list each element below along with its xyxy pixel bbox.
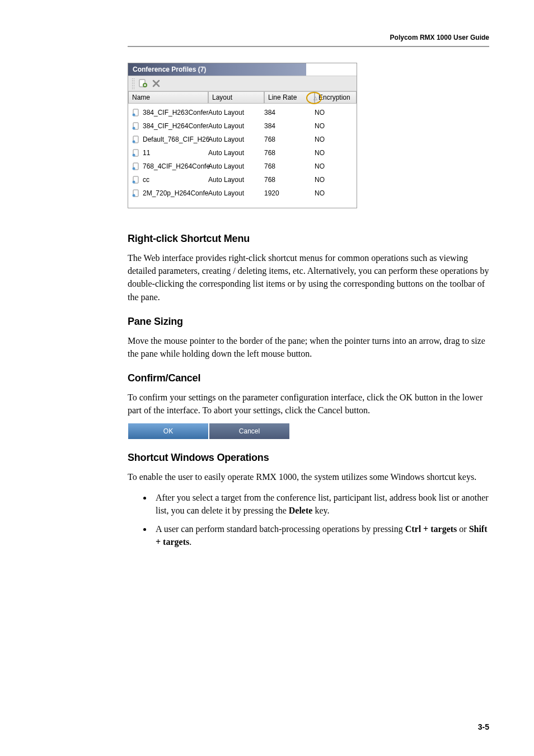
heading-pane-sizing: Pane Sizing bbox=[128, 316, 489, 328]
body-right-click: The Web interface provides right-click s… bbox=[128, 251, 489, 304]
shortcut-bullets: After you select a target from the confe… bbox=[128, 491, 489, 549]
list-item: A user can perform standard batch-proces… bbox=[152, 522, 489, 548]
row-rate: 384 bbox=[264, 109, 315, 116]
col-header-name[interactable]: Name bbox=[128, 91, 208, 104]
row-name: 11 bbox=[143, 149, 150, 157]
table-row[interactable]: 384_CIF_H264ConferAuto Layout384NO bbox=[128, 119, 357, 133]
heading-confirm-cancel: Confirm/Cancel bbox=[128, 372, 489, 384]
toolbar-grip-icon bbox=[132, 78, 134, 89]
heading-right-click: Right-click Shortcut Menu bbox=[128, 233, 489, 245]
row-encryption: NO bbox=[315, 136, 353, 143]
table-row[interactable]: Default_768_CIF_H26Auto Layout768NO bbox=[128, 133, 357, 146]
row-layout: Auto Layout bbox=[208, 189, 264, 197]
row-encryption: NO bbox=[315, 149, 353, 157]
profile-icon bbox=[132, 135, 140, 144]
profile-icon bbox=[132, 189, 140, 198]
row-name: cc bbox=[143, 176, 149, 184]
row-layout: Auto Layout bbox=[208, 149, 264, 157]
row-rate: 384 bbox=[264, 122, 315, 130]
heading-shortcut: Shortcut Windows Operations bbox=[128, 452, 489, 464]
profile-icon bbox=[132, 175, 140, 184]
table-row[interactable]: 11Auto Layout768NO bbox=[128, 146, 357, 160]
delete-icon[interactable] bbox=[151, 78, 161, 88]
cancel-button[interactable]: Cancel bbox=[209, 423, 289, 439]
table-row[interactable]: 768_4CIF_H264ConfeAuto Layout768NO bbox=[128, 160, 357, 173]
row-encryption: NO bbox=[315, 176, 353, 184]
row-name: Default_768_CIF_H26 bbox=[143, 136, 209, 143]
ok-cancel-bar: OK Cancel bbox=[128, 423, 290, 440]
row-name: 2M_720p_H264Confe bbox=[143, 189, 208, 197]
ok-button[interactable]: OK bbox=[128, 423, 209, 439]
row-layout: Auto Layout bbox=[208, 176, 264, 184]
list-body: 384_CIF_H263ConferAuto Layout384NO384_CI… bbox=[128, 104, 357, 208]
list-header: Name Layout Line Rate △ Encryption bbox=[128, 91, 357, 104]
header-rule bbox=[128, 46, 489, 47]
row-layout: Auto Layout bbox=[208, 109, 264, 116]
page-number: 3-5 bbox=[478, 722, 489, 731]
panel-title-bar: Conference Profiles (7) bbox=[128, 63, 357, 76]
panel-toolbar bbox=[128, 76, 357, 91]
table-row[interactable]: 384_CIF_H263ConferAuto Layout384NO bbox=[128, 106, 357, 119]
row-name: 768_4CIF_H264Confe bbox=[143, 162, 210, 170]
row-layout: Auto Layout bbox=[208, 136, 264, 143]
row-encryption: NO bbox=[315, 162, 353, 170]
row-rate: 768 bbox=[264, 136, 315, 143]
list-item: After you select a target from the confe… bbox=[152, 491, 489, 517]
panel-title-text: Conference Profiles (7) bbox=[133, 66, 206, 73]
row-name: 384_CIF_H263Confer bbox=[143, 109, 208, 116]
row-encryption: NO bbox=[315, 109, 353, 116]
table-row[interactable]: ccAuto Layout768NO bbox=[128, 173, 357, 186]
new-profile-icon[interactable] bbox=[138, 78, 148, 88]
row-rate: 768 bbox=[264, 176, 315, 184]
sort-triangle-icon: △ bbox=[313, 95, 317, 101]
body-confirm-cancel: To confirm your settings on the paramete… bbox=[128, 391, 489, 417]
row-name: 384_CIF_H264Confer bbox=[143, 122, 208, 130]
body-pane-sizing: Move the mouse pointer to the border of … bbox=[128, 334, 489, 360]
page-header: Polycom RMX 1000 User Guide bbox=[128, 34, 489, 41]
profile-icon bbox=[132, 162, 140, 171]
row-encryption: NO bbox=[315, 189, 353, 197]
table-row[interactable]: 2M_720p_H264ConfeAuto Layout1920NO bbox=[128, 186, 357, 200]
conference-profiles-panel: Conference Profiles (7) Name Layout Li bbox=[128, 63, 357, 208]
body-shortcut: To enable the user to easily operate RMX… bbox=[128, 470, 489, 483]
row-rate: 1920 bbox=[264, 189, 315, 197]
col-header-rate-label: Line Rate bbox=[268, 94, 297, 101]
profile-icon bbox=[132, 148, 140, 157]
col-header-layout[interactable]: Layout bbox=[208, 91, 264, 104]
col-header-encryption[interactable]: Encryption bbox=[315, 91, 357, 104]
row-layout: Auto Layout bbox=[208, 122, 264, 130]
row-encryption: NO bbox=[315, 122, 353, 130]
row-layout: Auto Layout bbox=[208, 162, 264, 170]
profile-icon bbox=[132, 122, 140, 130]
col-header-rate[interactable]: Line Rate △ bbox=[264, 91, 315, 104]
profile-icon bbox=[132, 108, 140, 117]
row-rate: 768 bbox=[264, 162, 315, 170]
row-rate: 768 bbox=[264, 149, 315, 157]
